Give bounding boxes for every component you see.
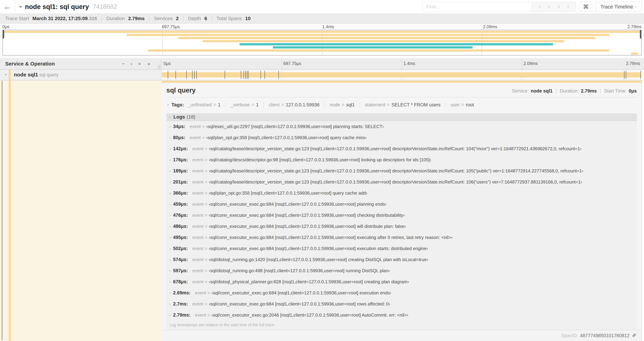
span-collapse-chevron-down-icon[interactable]: › <box>4 74 8 75</box>
span-duration-bar[interactable] <box>162 72 641 78</box>
tags-expand-chevron-right-icon[interactable]: › <box>168 103 168 107</box>
log-expand-chevron-right-icon[interactable]: › <box>170 269 171 273</box>
log-tick-marker <box>186 71 186 79</box>
log-equals: = <box>205 224 208 229</box>
tag-item[interactable]: user=root <box>451 102 474 108</box>
log-row[interactable]: ›189μs:event=‹sql/catalog/lease/descript… <box>166 165 637 176</box>
log-field-value: ‹sql/exec_util.go:2297 [nsql1,client=127… <box>206 124 384 129</box>
minimap-span-graph[interactable] <box>2 30 642 56</box>
log-row[interactable]: ›2.79ms:event=‹sql/conn_executor_exec.go… <box>166 309 637 320</box>
log-expand-chevron-right-icon[interactable]: › <box>170 202 171 206</box>
tag-item[interactable]: _unfinished=1 <box>188 102 220 108</box>
tag-item[interactable]: client=127.0.0.1:59936 <box>269 102 320 108</box>
log-expand-chevron-right-icon[interactable]: › <box>170 313 171 317</box>
log-row[interactable]: ›476μs:event=‹sql/conn_executor_exec.go:… <box>166 210 637 221</box>
log-row[interactable]: ›176μs:event=‹sql/catalog/descs/descript… <box>166 154 637 165</box>
log-field-key: event <box>192 279 204 284</box>
log-row[interactable]: ›34μs:event=‹sql/exec_util.go:2297 [nsql… <box>166 121 637 132</box>
log-row[interactable]: ›80μs:event=‹sql/plan_opt.go:358 [nsql1,… <box>166 132 637 143</box>
minimap-span-stripe <box>3 31 641 33</box>
log-row[interactable]: ›495μs:event=‹sql/conn_executor_exec.go:… <box>166 232 637 243</box>
minimap-right-drag-handle[interactable] <box>640 30 641 39</box>
collapse-one-chevron-down-icon[interactable]: › <box>121 63 126 65</box>
span-name-cell[interactable]: › node sql1 sql query <box>0 70 162 80</box>
trace-view-dropdown[interactable]: Trace Timeline › <box>596 2 642 12</box>
log-expand-chevron-right-icon[interactable]: › <box>170 147 171 151</box>
keyboard-shortcuts-button[interactable]: ⌘ <box>580 2 592 12</box>
log-expand-chevron-right-icon[interactable]: › <box>170 158 171 162</box>
detail-meta-label: Start Time: <box>604 88 627 94</box>
log-row[interactable]: ›142μs:event=‹sql/catalog/lease/descript… <box>166 143 637 154</box>
log-field-value: ‹sql/conn_executor_exec.go:684 [nsql1,cl… <box>209 224 406 229</box>
log-expand-chevron-right-icon[interactable]: › <box>170 280 171 284</box>
log-row[interactable]: ›459μs:event=‹sql/conn_executor_exec.go:… <box>166 199 637 210</box>
summary-item-label: Trace Start <box>5 16 30 21</box>
log-row[interactable]: ›2.7ms:event=‹sql/conn_executor_exec.go:… <box>166 298 637 309</box>
detail-meta: Service:node sql1Duration:2.79msStart Ti… <box>512 88 637 94</box>
logs-collapse-chevron-down-icon[interactable]: › <box>168 116 172 118</box>
log-row[interactable]: ›597μs:event=‹sql/distsql_running.go:498… <box>166 265 637 276</box>
log-row[interactable]: ›2.69ms:event=‹sql/conn_executor_exec.go… <box>166 287 637 298</box>
logs-header[interactable]: › Logs (18) <box>166 113 637 121</box>
expand-one-chevron-right-icon[interactable]: › <box>131 61 132 67</box>
log-field-value: ‹sql/conn_executor_exec.go:684 [nsql1,cl… <box>209 246 428 251</box>
minimap-left-drag-handle[interactable] <box>3 30 4 39</box>
log-expand-chevron-right-icon[interactable]: › <box>170 125 171 129</box>
timeline-tick-label: 2.79ms <box>626 61 640 66</box>
log-timestamp: 574μs: <box>173 257 188 262</box>
collapse-all-double-chevron-down-icon[interactable]: » <box>137 62 143 65</box>
tags-row[interactable]: › Tags: _unfinished=1_verbose=1client=12… <box>166 100 637 110</box>
log-expand-chevron-right-icon[interactable]: › <box>170 235 171 239</box>
log-field-key: event <box>192 257 204 262</box>
back-arrow-icon: ← <box>4 3 11 11</box>
log-expand-chevron-right-icon[interactable]: › <box>170 258 171 262</box>
spanid-label: SpanID: <box>561 333 578 338</box>
tag-value: SELECT * FROM users <box>392 102 440 107</box>
log-timestamp: 678μs: <box>173 279 188 284</box>
tag-item[interactable]: _verbose=1 <box>230 102 259 108</box>
back-button[interactable]: ← <box>0 0 15 14</box>
log-tick-marker <box>192 71 192 79</box>
log-expand-chevron-right-icon[interactable]: › <box>170 247 171 250</box>
tag-separator <box>264 102 264 108</box>
log-row[interactable]: ›502μs:event=‹sql/conn_executor_exec.go:… <box>166 243 637 254</box>
log-row[interactable]: ›678μs:event=‹sql/distsql_physical_plann… <box>166 276 637 287</box>
log-expand-chevron-right-icon[interactable]: › <box>170 169 171 173</box>
expand-all-double-chevron-right-icon[interactable]: » <box>147 61 150 67</box>
log-timestamp: 502μs: <box>173 246 188 251</box>
prev-match-chevron-up-icon[interactable]: ∧ <box>547 4 551 10</box>
log-expand-chevron-right-icon[interactable]: › <box>170 224 171 228</box>
expanded-row-accent[interactable] <box>2 81 2 340</box>
tag-equals: = <box>252 102 254 107</box>
log-expand-chevron-right-icon[interactable]: › <box>170 302 171 306</box>
span-timeline-cell[interactable] <box>162 70 642 80</box>
clear-find-icon[interactable]: × <box>567 4 570 10</box>
log-field-value: ‹sql/distsql_running.go:498 [nsql1,clien… <box>209 268 390 273</box>
deep-link-icon[interactable] <box>632 333 637 338</box>
log-expand-chevron-right-icon[interactable]: › <box>170 180 171 184</box>
next-match-chevron-down-icon[interactable]: ∨ <box>557 4 560 10</box>
column-resizer-handle[interactable]: || <box>158 64 161 69</box>
locate-icon[interactable]: ⌖ <box>538 4 541 10</box>
log-expand-chevron-right-icon[interactable]: › <box>170 213 171 217</box>
log-field-value: ‹sql/distsql_running.go:1420 [nsql1,clie… <box>209 257 428 262</box>
trace-title-chevron-down-icon[interactable]: › <box>18 6 24 8</box>
log-row[interactable]: ›574μs:event=‹sql/distsql_running.go:142… <box>166 254 637 265</box>
tag-item[interactable]: node=sql1 <box>330 102 355 108</box>
log-field-key: event <box>190 135 201 140</box>
log-expand-chevron-right-icon[interactable]: › <box>170 136 171 140</box>
find-group: ⌖ ∧ ∨ × <box>422 2 576 12</box>
logs-list: ›34μs:event=‹sql/exec_util.go:2297 [nsql… <box>166 121 637 320</box>
find-input[interactable] <box>422 2 532 12</box>
log-row[interactable]: ›366μs:event=‹sql/plan_opt.go:358 [nsql1… <box>166 187 637 199</box>
summary-item-value: 2.79ms <box>128 16 144 21</box>
log-expand-chevron-right-icon[interactable]: › <box>170 291 171 295</box>
log-row[interactable]: ›201μs:event=‹sql/catalog/lease/descript… <box>166 176 637 187</box>
log-row[interactable]: ›486μs:event=‹sql/conn_executor_exec.go:… <box>166 221 637 232</box>
timeline-tick-label: 2.09ms <box>524 61 538 66</box>
span-detail-panel: sql query Service:node sql1Duration:2.79… <box>162 80 642 341</box>
tag-item[interactable]: statement=SELECT * FROM users <box>365 102 440 108</box>
minimap-span-stripe <box>631 53 638 55</box>
log-expand-chevron-right-icon[interactable]: › <box>170 191 171 195</box>
detail-span-bar <box>162 81 641 83</box>
